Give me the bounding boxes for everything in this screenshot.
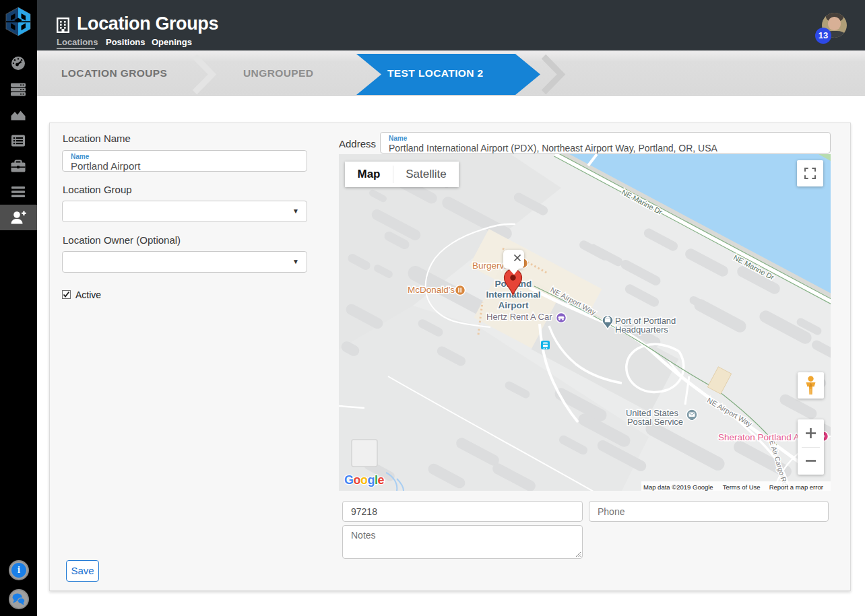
svg-text:Postal Service: Postal Service xyxy=(627,417,683,427)
svg-text:Headquarters: Headquarters xyxy=(615,324,668,335)
svg-text:Airport: Airport xyxy=(499,300,530,310)
svg-text:Google: Google xyxy=(344,473,385,487)
svg-text:UNGROUPED: UNGROUPED xyxy=(243,67,313,79)
svg-text:McDonald's: McDonald's xyxy=(408,285,455,295)
svg-text:Sheraton Portland Ai: Sheraton Portland Ai xyxy=(718,432,802,442)
svg-text:LOCATION GROUPS: LOCATION GROUPS xyxy=(61,67,167,79)
svg-text:TEST LOCATION 2: TEST LOCATION 2 xyxy=(387,67,484,79)
svg-text:Hertz Rent A Car: Hertz Rent A Car xyxy=(486,312,552,322)
